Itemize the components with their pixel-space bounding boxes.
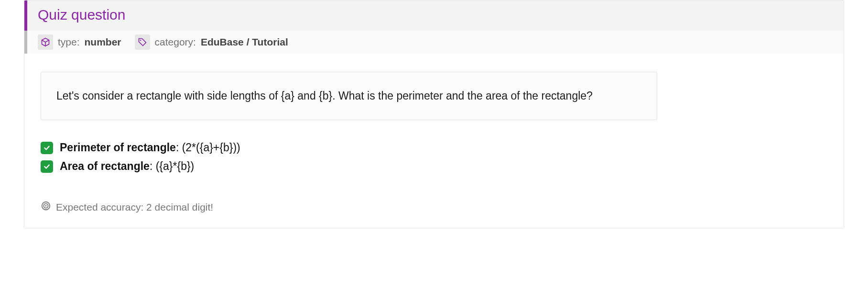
panel-title: Quiz question (38, 5, 833, 24)
answer-text: Perimeter of rectangle: (2*({a}+{b})) (60, 141, 240, 154)
answer-label: Area of rectangle (60, 160, 150, 172)
meta-type: type: number (38, 34, 121, 50)
meta-category-value: EduBase / Tutorial (201, 36, 288, 48)
meta-row: type: number category: EduBase / Tutoria… (24, 31, 844, 54)
tags-icon (135, 34, 150, 50)
quiz-panel: Quiz question type: number (24, 0, 844, 228)
target-icon (41, 201, 51, 213)
svg-point-3 (45, 205, 47, 207)
panel-body: Let's consider a rectangle with side len… (24, 54, 844, 228)
check-icon (41, 142, 53, 154)
svg-point-0 (140, 40, 141, 41)
cube-icon (38, 34, 53, 50)
answer-label: Perimeter of rectangle (60, 141, 176, 154)
question-text: Let's consider a rectangle with side len… (41, 72, 657, 120)
answer-row: Perimeter of rectangle: (2*({a}+{b})) (41, 141, 844, 154)
check-icon (41, 160, 53, 173)
answer-value: (2*({a}+{b})) (182, 141, 240, 154)
accuracy-text: Expected accuracy: 2 decimal digit! (56, 202, 213, 213)
meta-category-label: category: (155, 36, 196, 48)
answer-value: ({a}*{b}) (156, 160, 195, 172)
answer-row: Area of rectangle: ({a}*{b}) (41, 160, 844, 173)
panel-header: Quiz question (24, 0, 844, 31)
meta-type-value: number (85, 36, 121, 48)
accuracy-note: Expected accuracy: 2 decimal digit! (41, 201, 844, 213)
answer-text: Area of rectangle: ({a}*{b}) (60, 160, 194, 173)
answers-list: Perimeter of rectangle: (2*({a}+{b})) Ar… (41, 141, 844, 173)
meta-type-label: type: (58, 36, 80, 48)
meta-category: category: EduBase / Tutorial (135, 34, 288, 50)
